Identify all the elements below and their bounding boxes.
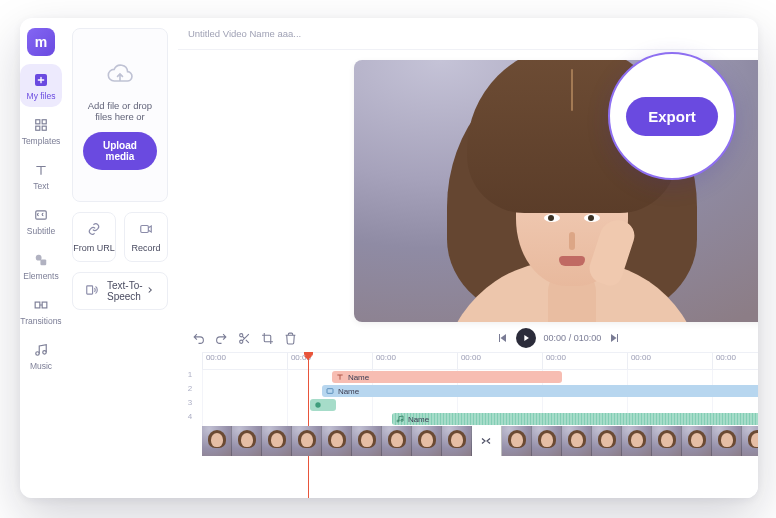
svg-point-10 — [36, 352, 40, 356]
svg-rect-9 — [42, 302, 47, 308]
crop-button[interactable] — [261, 332, 274, 345]
svg-point-20 — [397, 420, 399, 422]
chevron-right-icon — [145, 285, 155, 297]
rail-label: Music — [30, 361, 52, 371]
export-magnified-callout: Export — [608, 52, 736, 180]
rail-transitions[interactable]: Transitions — [20, 289, 62, 332]
svg-point-14 — [240, 333, 243, 336]
project-title[interactable]: Untitled Video Name aaa... — [188, 28, 301, 39]
rail-text[interactable]: Text — [20, 154, 62, 197]
rail-label: Transitions — [20, 316, 61, 326]
cc-icon — [33, 207, 49, 223]
camera-icon — [138, 222, 154, 238]
track-num: 1 — [178, 370, 202, 384]
import-row: From URL Record — [72, 212, 168, 262]
rail-my-files[interactable]: My files — [20, 64, 62, 107]
undo-button[interactable] — [192, 332, 205, 345]
redo-button[interactable] — [215, 332, 228, 345]
drop-hint: Add file or drop files here or — [83, 100, 157, 122]
svg-point-15 — [240, 340, 243, 343]
track-numbers: 1 2 3 4 — [178, 352, 202, 498]
dropzone[interactable]: Add file or drop files here or Upload me… — [72, 28, 168, 202]
svg-rect-7 — [40, 259, 46, 265]
rail-label: Subtitle — [27, 226, 55, 236]
clip-label: Name — [348, 373, 369, 382]
ruler[interactable]: 00:0000:0000:0000:0000:0000:0000:0000:00… — [202, 352, 758, 370]
svg-rect-4 — [42, 126, 46, 130]
svg-point-19 — [315, 402, 320, 407]
timeline-body[interactable]: 00:0000:0000:0000:0000:0000:0000:0000:00… — [202, 352, 758, 498]
rail-label: Templates — [22, 136, 61, 146]
transition-icon — [33, 297, 49, 313]
delete-button[interactable] — [284, 332, 297, 345]
shapes-icon — [33, 252, 49, 268]
svg-rect-8 — [35, 302, 40, 308]
audio-clip[interactable]: Name — [392, 413, 758, 425]
track-num: 3 — [178, 398, 202, 412]
cloud-upload-icon — [103, 60, 137, 90]
clip-label: Name — [408, 415, 429, 424]
track-num: 2 — [178, 384, 202, 398]
timeline: 1 2 3 4 00:0000:0000:0000:0000:0000:0000… — [178, 352, 758, 498]
cut-button[interactable] — [238, 332, 251, 345]
caption-clip[interactable]: Name — [322, 385, 758, 397]
grid-icon — [33, 117, 49, 133]
tts-icon — [85, 283, 99, 299]
rail-label: Elements — [23, 271, 58, 281]
video-track[interactable] — [202, 426, 758, 456]
app-logo: m — [27, 28, 55, 56]
rail-music[interactable]: Music — [20, 334, 62, 377]
svg-rect-1 — [36, 120, 40, 124]
svg-rect-18 — [327, 389, 333, 394]
left-rail: m My files Templates Text Subtitle Eleme… — [20, 18, 62, 498]
svg-point-11 — [43, 351, 47, 355]
rail-label: My files — [27, 91, 56, 101]
music-icon — [33, 342, 49, 358]
link-icon — [87, 222, 101, 238]
topbar: Untitled Video Name aaa... Login to save… — [178, 18, 758, 50]
text-clip[interactable]: Name — [332, 371, 562, 383]
transition-marker[interactable] — [472, 426, 502, 456]
svg-rect-13 — [87, 286, 93, 294]
play-button[interactable] — [516, 328, 536, 348]
track-num: 4 — [178, 412, 202, 426]
rail-label: Text — [33, 181, 49, 191]
svg-point-6 — [36, 255, 42, 261]
export-button-magnified[interactable]: Export — [626, 97, 718, 136]
tracks: Name Name — [202, 370, 758, 426]
from-url-label: From URL — [73, 243, 115, 253]
clip-label: Name — [338, 387, 359, 396]
svg-rect-2 — [42, 120, 46, 124]
text-to-speech-button[interactable]: Text-To-Speech — [72, 272, 168, 310]
rail-templates[interactable]: Templates — [20, 109, 62, 152]
upload-media-button[interactable]: Upload media — [83, 132, 157, 170]
rail-elements[interactable]: Elements — [20, 244, 62, 287]
skip-end-button[interactable] — [609, 332, 621, 344]
plus-square-icon — [33, 72, 49, 88]
time-display: 00:00 / 010:00 — [544, 333, 602, 343]
tts-label: Text-To-Speech — [107, 280, 145, 302]
svg-rect-3 — [36, 126, 40, 130]
record-label: Record — [131, 243, 160, 253]
element-clip[interactable] — [310, 399, 336, 411]
player-controls: 00:00 / 010:00 — [178, 322, 758, 352]
from-url-button[interactable]: From URL — [72, 212, 116, 262]
svg-point-21 — [401, 419, 403, 421]
left-panel: Add file or drop files here or Upload me… — [62, 18, 178, 498]
rail-subtitle[interactable]: Subtitle — [20, 199, 62, 242]
record-button[interactable]: Record — [124, 212, 168, 262]
text-icon — [33, 162, 49, 178]
svg-rect-12 — [141, 225, 149, 232]
skip-start-button[interactable] — [496, 332, 508, 344]
playhead[interactable] — [308, 352, 309, 498]
